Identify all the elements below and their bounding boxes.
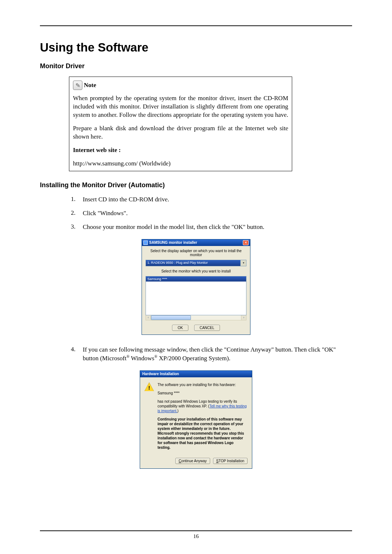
- note-label: Note: [84, 82, 96, 89]
- dialog-title: Hardware Installation: [142, 372, 179, 376]
- steps-list-cont: 4. If you can see following message wind…: [69, 346, 352, 362]
- step-number: 3.: [69, 223, 75, 231]
- hw-text-1: The software you are installing for this…: [158, 382, 247, 387]
- scroll-left-icon[interactable]: ‹: [146, 315, 151, 320]
- list-item: 1. Insert CD into the CD-ROM drive.: [69, 196, 352, 204]
- dialog-titlebar: Hardware Installation: [140, 371, 252, 377]
- note-box: ✎ Note When prompted by the operating sy…: [69, 77, 292, 171]
- step-number: 2.: [69, 209, 75, 217]
- step-text: If you can see following message window,…: [83, 346, 352, 362]
- steps-list: 1. Insert CD into the CD-ROM drive. 2. C…: [69, 196, 352, 231]
- step-text: Click "Windows".: [83, 209, 352, 217]
- dialog-titlebar: SAMSUNG monitor installer ✕: [142, 239, 250, 246]
- app-icon: [143, 241, 148, 245]
- scroll-thumb[interactable]: [151, 315, 191, 320]
- step-number: 1.: [69, 196, 75, 204]
- warning-icon: !: [144, 382, 154, 392]
- hw-text-warning: Continuing your installation of this sof…: [158, 417, 247, 450]
- close-icon[interactable]: ✕: [243, 240, 249, 245]
- instruction-adapter: Select the display adapter on which you …: [146, 249, 246, 257]
- section-monitor-driver: Monitor Driver: [40, 62, 352, 70]
- list-item: 3. Choose your monitor model in the mode…: [69, 223, 352, 231]
- cancel-button[interactable]: CANCEL: [194, 325, 220, 331]
- list-item: 4. If you can see following message wind…: [69, 346, 352, 362]
- horizontal-scrollbar[interactable]: ‹ ›: [146, 315, 246, 320]
- top-rule: [40, 25, 352, 26]
- page-number: 16: [40, 533, 352, 539]
- scroll-track[interactable]: [151, 315, 241, 320]
- section-install-auto: Installing the Monitor Driver (Automatic…: [40, 181, 352, 189]
- step-number: 4.: [69, 346, 75, 362]
- internet-website-url: http://www.samsung.com/ (Worldwide): [73, 160, 288, 168]
- footer-rule: [40, 530, 352, 531]
- monitor-listbox[interactable]: Samsung ****: [146, 276, 246, 315]
- list-item: 2. Click "Windows".: [69, 209, 352, 217]
- instruction-monitor: Select the monitor which you want to ins…: [146, 269, 246, 273]
- note-icon: ✎: [73, 81, 82, 90]
- hardware-installation-dialog: Hardware Installation ! The software you…: [140, 370, 252, 469]
- internet-website-label: Internet web site :: [73, 147, 121, 153]
- registered-mark: ®: [154, 354, 157, 358]
- page-footer: 16: [40, 530, 352, 539]
- dialog-title: SAMSUNG monitor installer: [149, 241, 197, 245]
- hw-text-device: Samsung ****: [158, 391, 247, 395]
- note-paragraph-1: When prompted by the operating system fo…: [73, 94, 288, 119]
- samsung-installer-dialog: SAMSUNG monitor installer ✕ Select the d…: [142, 239, 250, 335]
- ok-button[interactable]: OK: [172, 325, 188, 331]
- scroll-right-icon[interactable]: ›: [241, 315, 246, 320]
- step-text: Choose your monitor model in the model l…: [83, 223, 352, 231]
- continue-anyway-button[interactable]: Continue Anyway: [175, 458, 210, 464]
- list-item-selected[interactable]: Samsung ****: [146, 276, 246, 282]
- stop-installation-button[interactable]: STOP Installation: [213, 458, 248, 464]
- note-paragraph-2: Prepare a blank disk and download the dr…: [73, 124, 288, 141]
- page-title: Using the Software: [40, 41, 352, 54]
- adapter-dropdown[interactable]: 1. RADEON 9550 : Plug and Play Monitor ▾: [146, 260, 246, 266]
- hw-text-logo: has not passed Windows Logo testing to v…: [158, 399, 247, 413]
- registered-mark: ®: [126, 354, 129, 358]
- step-text: Insert CD into the CD-ROM drive.: [83, 196, 352, 204]
- dropdown-value: 1. RADEON 9550 : Plug and Play Monitor: [146, 260, 240, 266]
- chevron-down-icon[interactable]: ▾: [240, 260, 246, 266]
